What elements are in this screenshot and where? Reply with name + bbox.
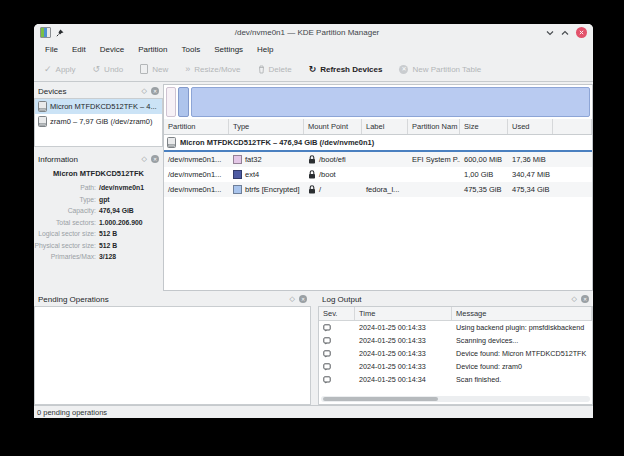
- info-severity-icon: [323, 376, 331, 384]
- log-row[interactable]: 2024-01-25 00:14:33 Device found: Micron…: [319, 347, 592, 360]
- column-header-partition-name[interactable]: Partition Nam: [408, 119, 460, 134]
- partition-bar: [166, 87, 590, 117]
- hard-drive-icon: [38, 101, 47, 112]
- pending-operations-title: Pending Operations: [38, 295, 290, 304]
- float-panel-icon[interactable]: ◇: [142, 155, 147, 163]
- info-field-path: Path:/dev/nvme0n1: [34, 182, 163, 194]
- information-device-name: Micron MTFDKCD512TFK: [34, 169, 163, 178]
- devices-panel-header: Devices ◇ ✕: [34, 84, 163, 98]
- close-panel-icon[interactable]: ✕: [151, 87, 159, 95]
- partition-segment-ext4[interactable]: [178, 87, 189, 117]
- column-header-type[interactable]: Type: [229, 119, 304, 134]
- information-body: Micron MTFDKCD512TFK Path:/dev/nvme0n1 T…: [34, 166, 163, 263]
- menu-edit[interactable]: Edit: [65, 45, 93, 54]
- refresh-icon: ↻: [309, 65, 317, 74]
- log-row[interactable]: 2024-01-25 00:14:33 Scanning devices...: [319, 334, 592, 347]
- table-row[interactable]: /dev/nvme0n1... ext4 /boot 1,00 GiB 340,…: [164, 167, 592, 182]
- window-title: /dev/nvme0n1 — KDE Partition Manager: [68, 28, 546, 37]
- new-document-icon: [140, 64, 148, 74]
- info-field-total-sectors: Total sectors:1.000.206.900: [34, 217, 163, 229]
- check-icon: ✓: [44, 65, 52, 74]
- table-row[interactable]: /dev/nvme0n1... fat32 /boot/efi EFI Syst…: [164, 152, 592, 167]
- resize-move-button[interactable]: » Resize/Move: [185, 65, 240, 74]
- toolbar: ✓ Apply ↺ Undo New » Resize/Move Delete: [34, 57, 593, 82]
- pin-icon[interactable]: [56, 29, 64, 37]
- column-header-partition[interactable]: Partition: [164, 119, 229, 134]
- information-panel: Information ◇ ✕ Micron MTFDKCD512TFK Pat…: [34, 152, 163, 291]
- float-panel-icon[interactable]: ◇: [290, 295, 295, 303]
- apply-button[interactable]: ✓ Apply: [44, 65, 76, 74]
- menu-device[interactable]: Device: [93, 45, 131, 54]
- undo-button[interactable]: ↺ Undo: [93, 65, 124, 74]
- fs-color-swatch: [233, 185, 242, 194]
- column-header-size[interactable]: Size: [460, 119, 508, 134]
- menu-partition[interactable]: Partition: [131, 45, 174, 54]
- info-field-logical-sector: Logical sector size:512 B: [34, 228, 163, 240]
- info-field-capacity: Capacity:476,94 GiB: [34, 205, 163, 217]
- maximize-button[interactable]: [561, 30, 569, 36]
- log-column-time[interactable]: Time: [355, 307, 452, 320]
- undo-icon: ↺: [93, 65, 101, 74]
- titlebar[interactable]: /dev/nvme0n1 — KDE Partition Manager: [34, 24, 593, 41]
- fs-color-swatch: [233, 170, 242, 179]
- log-row[interactable]: 2024-01-25 00:14:33 Using backend plugin…: [319, 321, 592, 334]
- close-button[interactable]: [576, 27, 587, 38]
- minimize-button[interactable]: [546, 30, 554, 36]
- info-field-physical-sector: Physical sector size:512 B: [34, 240, 163, 252]
- info-severity-icon: [323, 363, 331, 371]
- info-severity-icon: [323, 324, 331, 332]
- new-button[interactable]: New: [140, 64, 168, 74]
- devices-panel: Devices ◇ ✕ Micron MTFDKCD512TFK – 4... …: [34, 84, 163, 146]
- partition-segment-btrfs[interactable]: [191, 87, 590, 117]
- information-panel-title: Information: [38, 155, 142, 164]
- menu-help[interactable]: Help: [250, 45, 280, 54]
- log-row[interactable]: 2024-01-25 00:14:33 Device found: zram0: [319, 360, 592, 373]
- refresh-devices-button[interactable]: ↻ Refresh Devices: [309, 65, 383, 74]
- delete-button[interactable]: Delete: [258, 65, 292, 74]
- log-column-severity[interactable]: Sev.: [319, 307, 355, 320]
- hard-drive-icon: [167, 137, 176, 148]
- log-column-message[interactable]: Message: [452, 307, 592, 320]
- menu-tools[interactable]: Tools: [175, 45, 208, 54]
- lock-icon: [308, 185, 316, 194]
- column-header-mount-point[interactable]: Mount Point: [304, 119, 362, 134]
- fs-color-swatch: [233, 155, 242, 164]
- app-icon[interactable]: [40, 27, 51, 38]
- kde-partition-manager-window: /dev/nvme0n1 — KDE Partition Manager Fil…: [34, 24, 593, 418]
- close-icon: [579, 30, 584, 35]
- devices-panel-title: Devices: [38, 87, 142, 96]
- resize-move-icon: »: [185, 65, 190, 74]
- table-row[interactable]: /dev/nvme0n1... btrfs [Encrypted] / fedo…: [164, 182, 592, 197]
- info-field-type: Type:gpt: [34, 194, 163, 206]
- float-panel-icon[interactable]: ◇: [572, 295, 577, 303]
- log-row[interactable]: 2024-01-25 00:14:34 Scan finished.: [319, 373, 592, 386]
- menu-settings[interactable]: Settings: [207, 45, 250, 54]
- partition-view: Partition Type Mount Point Label Partiti…: [163, 84, 593, 291]
- column-header-used[interactable]: Used: [508, 119, 553, 134]
- pending-operations-panel: Pending Operations ◇ ✕: [34, 292, 311, 405]
- device-list-item-zram0[interactable]: zram0 – 7,97 GiB (/dev/zram0): [35, 114, 162, 129]
- log-table-header: Sev. Time Message: [319, 307, 592, 321]
- horizontal-scrollbar[interactable]: [321, 396, 590, 402]
- float-panel-icon[interactable]: ◇: [142, 87, 147, 95]
- new-partition-table-button[interactable]: ✕ New Partition Table: [399, 65, 481, 74]
- column-header-label[interactable]: Label: [362, 119, 408, 134]
- menu-file[interactable]: File: [38, 45, 65, 54]
- log-output-header: Log Output ◇ ✕: [318, 292, 593, 306]
- partition-segment-fat32[interactable]: [166, 87, 176, 117]
- info-severity-icon: [323, 337, 331, 345]
- close-panel-icon[interactable]: ✕: [581, 295, 589, 303]
- new-table-icon: ✕: [399, 65, 408, 74]
- close-panel-icon[interactable]: ✕: [299, 295, 307, 303]
- info-field-primaries: Primaries/Max:3/128: [34, 251, 163, 263]
- partition-table-header: Partition Type Mount Point Label Partiti…: [164, 119, 592, 135]
- menubar: File Edit Device Partition Tools Setting…: [34, 41, 593, 57]
- statusbar: 0 pending operations: [34, 405, 593, 418]
- device-list-item-micron[interactable]: Micron MTFDKCD512TFK – 4...: [35, 99, 162, 114]
- pending-operations-list: [34, 306, 311, 405]
- close-panel-icon[interactable]: ✕: [151, 155, 159, 163]
- scrollbar-thumb[interactable]: [323, 397, 438, 401]
- device-header-row[interactable]: Micron MTFDKCD512TFK – 476,94 GiB (/dev/…: [164, 135, 592, 152]
- hard-drive-icon: [38, 116, 47, 127]
- info-severity-icon: [323, 350, 331, 358]
